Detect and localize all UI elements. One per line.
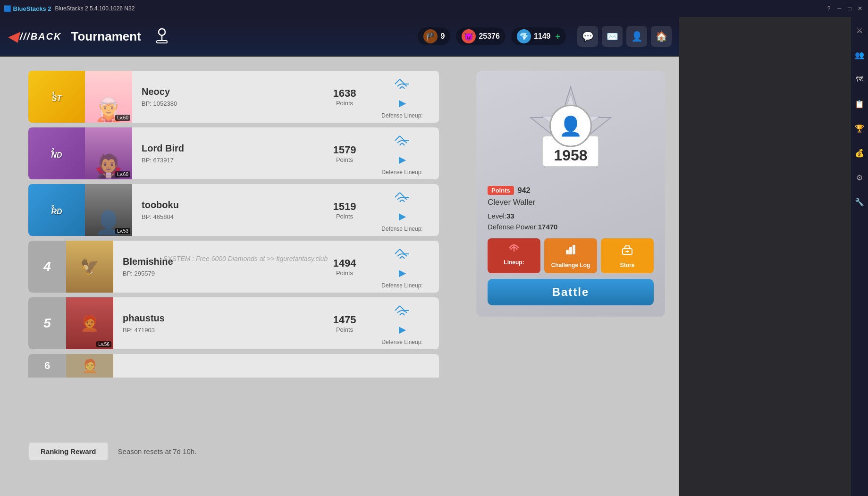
- rank-points-lbl-4: Points: [336, 269, 353, 277]
- rank-row-3: 3 RD 👤 Lv.53 tooboku BP: 465804 1519 Poi…: [28, 184, 439, 236]
- rank-defense-2[interactable]: ▶ Defense Lineup:: [373, 127, 439, 179]
- rank-badge-5: 5: [28, 297, 66, 349]
- rank-bp-5: BP: 471903: [123, 327, 307, 334]
- defense-arrow-1[interactable]: ▶: [399, 97, 406, 109]
- avatar-level-2: Lv.60: [115, 171, 130, 177]
- defense-arrow-2[interactable]: ▶: [399, 154, 406, 165]
- level-label: Level:: [488, 212, 506, 220]
- points-value: 942: [518, 186, 531, 195]
- avatar-level-3: Lv.53: [115, 228, 130, 234]
- rank-points-4: 1494 Points: [316, 241, 373, 293]
- close-btn[interactable]: ✕: [856, 4, 864, 13]
- rank-name-3: tooboku: [142, 200, 307, 210]
- defense-label-3: Defense Lineup:: [381, 226, 422, 232]
- rank-points-lbl-5: Points: [336, 326, 353, 333]
- defense-arrow-5[interactable]: ▶: [399, 324, 406, 335]
- avatar-img-6: 🧑‍🦰: [82, 358, 98, 374]
- rank-info-1: Neocy BP: 1052380: [132, 71, 316, 123]
- defense-label-2: Defense Lineup:: [381, 169, 422, 176]
- avatar-level-1: Lv.60: [115, 115, 130, 121]
- defense-arrow-3[interactable]: ▶: [399, 210, 406, 222]
- tournament-icon-btn[interactable]: [151, 25, 173, 48]
- flag-icon: 🏴: [423, 29, 438, 43]
- rank-row-2: 2 ND 🧛 Lv.60 Lord Bird BP: 673917 1579 P…: [28, 127, 439, 179]
- sidebar-item-5[interactable]: 🏆: [852, 117, 867, 140]
- store-button[interactable]: Store: [601, 238, 654, 273]
- rank-points-val-3: 1519: [333, 201, 356, 213]
- sidebar-item-6[interactable]: 💰: [852, 142, 867, 164]
- rank-points-5: 1475 Points: [316, 297, 373, 349]
- help-btn[interactable]: ?: [825, 4, 833, 13]
- challenge-log-button[interactable]: Challenge Log: [544, 238, 597, 273]
- store-icon: [621, 243, 634, 259]
- rank-defense-3[interactable]: ▶ Defense Lineup:: [373, 184, 439, 236]
- svg-rect-8: [573, 245, 575, 254]
- logo-text: ///BACK: [20, 31, 61, 42]
- rank-info-4: Blemishine BP: 295579: [113, 241, 316, 293]
- rank-bp-1: BP: 1052380: [142, 100, 307, 107]
- player-rank-display: 👤 No. 1958: [488, 82, 654, 177]
- topbar-action-btns[interactable]: 💬 ✉️ 👤 🏠: [577, 26, 672, 47]
- lineup-icon: [507, 243, 521, 256]
- ranking-reward-button[interactable]: Ranking Reward: [28, 442, 109, 461]
- home-btn[interactable]: 🏠: [651, 26, 672, 47]
- rank-badge-3: 3 RD: [28, 184, 85, 236]
- bottom-bar: Ranking Reward Season resets at 7d 10h.: [28, 435, 439, 468]
- right-sidebar: ⚔ 👥 🗺 📋 🏆 💰 ⚙ 🔧: [851, 0, 868, 496]
- lineup-label: Lineup:: [504, 259, 524, 266]
- rank-number-5: 5: [43, 316, 51, 331]
- action-btns-row[interactable]: Lineup: Challenge Log: [488, 238, 654, 273]
- rank-bp-3: BP: 465804: [142, 213, 307, 220]
- rank-avatar-2: 🧛 Lv.60: [85, 127, 132, 179]
- add-diamond-btn[interactable]: +: [555, 32, 560, 42]
- sidebar-item-3[interactable]: 🗺: [852, 68, 867, 91]
- rank-badge-6: 6: [28, 354, 66, 378]
- mail-btn[interactable]: ✉️: [602, 26, 623, 47]
- rank-number-4: 4: [43, 259, 51, 274]
- sidebar-item-7[interactable]: ⚙: [852, 166, 867, 189]
- resource-flag: 🏴 9: [418, 27, 450, 45]
- resource-diamond: 💎 1149 +: [511, 27, 566, 45]
- stat-level-row: Level: 33: [488, 212, 654, 220]
- sidebar-item-2[interactable]: 👥: [852, 43, 867, 66]
- avatar-level-5: Lv.56: [96, 341, 111, 347]
- rank-points-val-2: 1579: [333, 144, 356, 156]
- svg-rect-7: [569, 247, 572, 254]
- rank-defense-5[interactable]: ▶ Defense Lineup:: [373, 297, 439, 349]
- tournament-icon: [153, 27, 171, 45]
- rank-badge-4: 4: [28, 241, 66, 293]
- level-value: 33: [506, 212, 514, 220]
- rank-points-3: 1519 Points: [316, 184, 373, 236]
- chat-btn[interactable]: 💬: [577, 26, 598, 47]
- title-bar-controls[interactable]: ? ─ □ ✕: [825, 4, 864, 13]
- rank-defense-4[interactable]: ▶ Defense Lineup:: [373, 241, 439, 293]
- battle-button[interactable]: Battle: [488, 279, 654, 305]
- sidebar-item-1[interactable]: ⚔: [852, 19, 867, 42]
- rank-points-val-1: 1638: [333, 87, 356, 100]
- rank-points-lbl-3: Points: [336, 213, 353, 220]
- rank-avatar-4: 🦅: [66, 241, 113, 293]
- defense-arrow-4[interactable]: ▶: [399, 267, 406, 278]
- rank-bp-4: BP: 295579: [123, 270, 307, 277]
- player-avatar-circle: 👤: [549, 105, 592, 147]
- defense-power-label: Defense Power:: [488, 223, 538, 231]
- challenge-log-icon: [564, 243, 577, 259]
- rank-bp-2: BP: 673917: [142, 157, 307, 164]
- stat-points-row: Points 942: [488, 186, 654, 195]
- defense-icon-5: [390, 301, 414, 320]
- fire-icon: 😈: [462, 29, 476, 43]
- stat-name-row: Clever Waller: [488, 198, 654, 209]
- defense-label-5: Defense Lineup:: [381, 339, 422, 345]
- lineup-button[interactable]: Lineup:: [488, 238, 540, 273]
- minimize-btn[interactable]: ─: [835, 4, 843, 13]
- rank-row-6-partial: 6 🧑‍🦰: [28, 354, 439, 378]
- rank-defense-1[interactable]: ▶ Defense Lineup:: [373, 71, 439, 123]
- sidebar-item-4[interactable]: 📋: [852, 92, 867, 115]
- rank-points-val-5: 1475: [333, 314, 356, 326]
- profile-btn[interactable]: 👤: [626, 26, 647, 47]
- season-reset-text: Season resets at 7d 10h.: [118, 447, 197, 455]
- rank-badge-1: 1 ST: [28, 71, 85, 123]
- sidebar-item-8[interactable]: 🔧: [852, 191, 867, 213]
- restore-btn[interactable]: □: [845, 4, 854, 13]
- rank-info-2: Lord Bird BP: 673917: [132, 127, 316, 179]
